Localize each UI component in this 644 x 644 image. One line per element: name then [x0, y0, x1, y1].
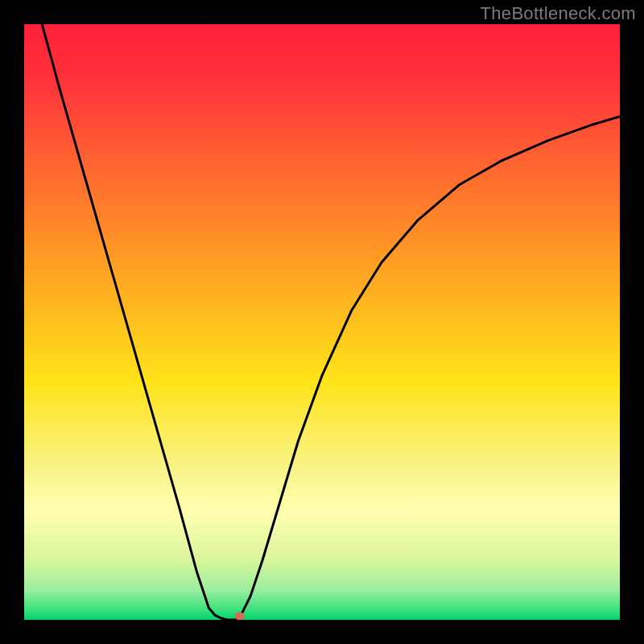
chart-frame: TheBottleneck.com: [0, 0, 644, 644]
gradient-background: [24, 24, 620, 620]
plot-area: [24, 24, 620, 620]
watermark-text: TheBottleneck.com: [481, 3, 636, 24]
chart-svg: [24, 24, 620, 620]
